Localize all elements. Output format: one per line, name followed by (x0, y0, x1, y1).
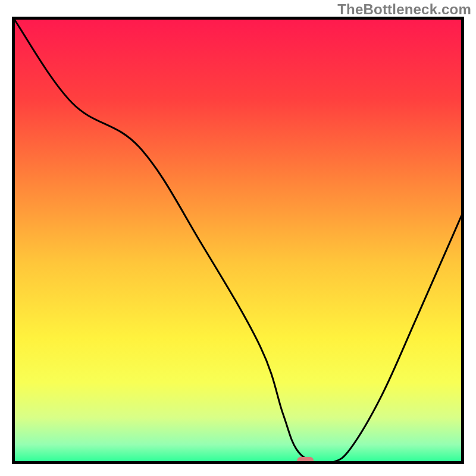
plot-frame (12, 17, 464, 464)
chart-background (14, 18, 462, 462)
watermark-text: TheBottleneck.com (337, 1, 471, 18)
chart-container: TheBottleneck.com (0, 0, 476, 476)
bottleneck-chart (12, 17, 464, 464)
